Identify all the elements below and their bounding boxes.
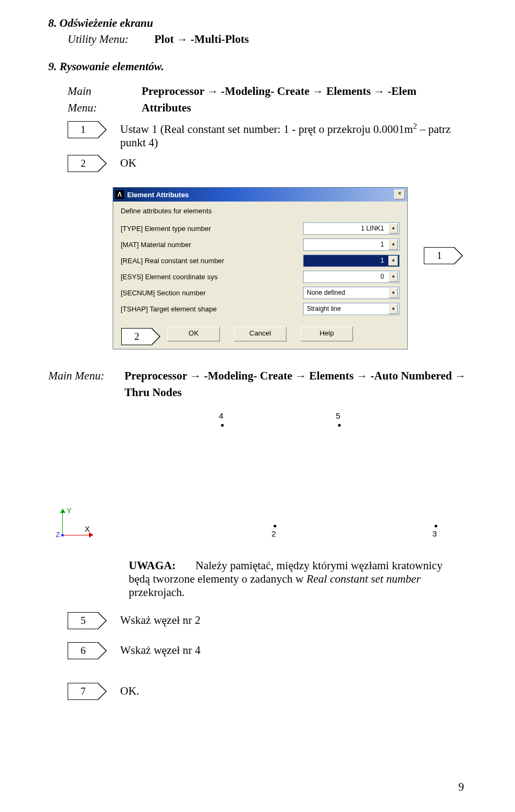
step-1-text: Ustaw 1 (Real constant set number: 1 - p… bbox=[120, 121, 467, 150]
step-5-text: Wskaż węzeł nr 2 bbox=[120, 612, 467, 627]
help-button[interactable]: Help bbox=[300, 326, 353, 341]
esys-dropdown[interactable]: 0 ▾ bbox=[303, 271, 400, 283]
step-7-text: OK. bbox=[120, 683, 467, 698]
utility-menu-path: Plot → -Multi-Plots bbox=[154, 31, 249, 47]
tshap-label: [TSHAP] Target element shape bbox=[121, 305, 260, 313]
axis-x-label: X bbox=[85, 525, 90, 533]
note-block: UWAGA: Należy pamiętać, między którymi w… bbox=[48, 559, 467, 599]
mat-dropdown[interactable]: 1 ▾ bbox=[303, 239, 400, 251]
secnum-label: [SECNUM] Section number bbox=[121, 289, 260, 297]
step-6-callout: 6 bbox=[68, 642, 99, 659]
main-menu-label-2: Main Menu: bbox=[48, 368, 113, 400]
app-icon: Λ bbox=[115, 190, 124, 199]
axis-y-label: Y bbox=[67, 506, 71, 515]
page-number: 9 bbox=[459, 780, 465, 794]
tshap-dropdown[interactable]: Straight line ▾ bbox=[303, 303, 400, 315]
ok-button[interactable]: OK bbox=[167, 326, 220, 341]
step-5-callout: 5 bbox=[68, 612, 99, 629]
node3-label: 3 bbox=[432, 529, 437, 538]
real-label: [REAL] Real constant set number bbox=[121, 257, 260, 265]
utility-menu-label: Utility Menu: bbox=[68, 31, 129, 47]
step-2-row: 2 OK bbox=[48, 155, 467, 172]
step-1-row: 1 Ustaw 1 (Real constant set number: 1 -… bbox=[48, 121, 467, 150]
dialog-title: Element Attributes bbox=[127, 191, 189, 199]
chevron-down-icon: ▾ bbox=[388, 288, 398, 298]
step-7-callout: 7 bbox=[68, 683, 99, 700]
mat-label: [MAT] Material number bbox=[121, 241, 260, 249]
main-menu-path-2: Preprocessor → -Modeling- Create → Eleme… bbox=[124, 368, 466, 400]
main-menu-label-1: Main Menu: bbox=[68, 83, 123, 116]
cancel-button[interactable]: Cancel bbox=[234, 326, 286, 341]
step-7-row: 7 OK. bbox=[48, 683, 467, 700]
chevron-down-icon: ▾ bbox=[388, 240, 398, 250]
step-5-row: 5 Wskaż węzeł nr 2 bbox=[48, 612, 467, 629]
node2-label: 2 bbox=[271, 529, 276, 538]
section9-heading: 9. Rysowanie elementów. bbox=[48, 58, 467, 75]
dialog-wrap: Λ Element Attributes × Define attributes… bbox=[113, 187, 407, 349]
note-label: UWAGA: bbox=[129, 559, 176, 572]
chevron-down-icon: ▾ bbox=[388, 256, 398, 266]
step-1-callout: 1 bbox=[68, 121, 99, 138]
real-dropdown[interactable]: 1 ▾ bbox=[303, 255, 400, 267]
step-2-text: OK bbox=[120, 155, 467, 170]
dialog-callout-1: 1 bbox=[424, 247, 455, 264]
secnum-dropdown[interactable]: None defined ▾ bbox=[303, 287, 400, 299]
type-label: [TYPE] Element type number bbox=[121, 225, 260, 233]
step-6-row: 6 Wskaż węzeł nr 4 bbox=[48, 642, 467, 659]
dialog-titlebar: Λ Element Attributes × bbox=[113, 188, 407, 202]
coordinate-system: Y X Z bbox=[59, 509, 95, 540]
step-2-callout: 2 bbox=[68, 155, 99, 172]
node4-label: 4 bbox=[219, 411, 223, 420]
dialog-callout-2: 2 bbox=[121, 328, 152, 345]
node5-label: 5 bbox=[336, 411, 340, 420]
dialog-header: Define attributes for elements bbox=[121, 207, 400, 215]
close-icon[interactable]: × bbox=[394, 190, 405, 199]
step-6-text: Wskaż węzeł nr 4 bbox=[120, 642, 467, 657]
element-attributes-dialog: Λ Element Attributes × Define attributes… bbox=[113, 187, 408, 349]
nodes-figure: 4 5 2 3 Y X Z bbox=[48, 407, 456, 546]
main-menu-path-1: Preprocessor → -Modeling- Create → Eleme… bbox=[142, 83, 467, 116]
type-dropdown[interactable]: 1 LINK1 ▾ bbox=[303, 222, 400, 235]
axis-z-label: Z bbox=[56, 531, 60, 539]
section8-heading: 8. Odświeżenie ekranu bbox=[48, 15, 467, 31]
esys-label: [ESYS] Element coordinate sys bbox=[121, 273, 260, 281]
chevron-down-icon: ▾ bbox=[388, 272, 398, 282]
chevron-down-icon: ▾ bbox=[388, 224, 398, 234]
chevron-down-icon: ▾ bbox=[388, 304, 398, 314]
